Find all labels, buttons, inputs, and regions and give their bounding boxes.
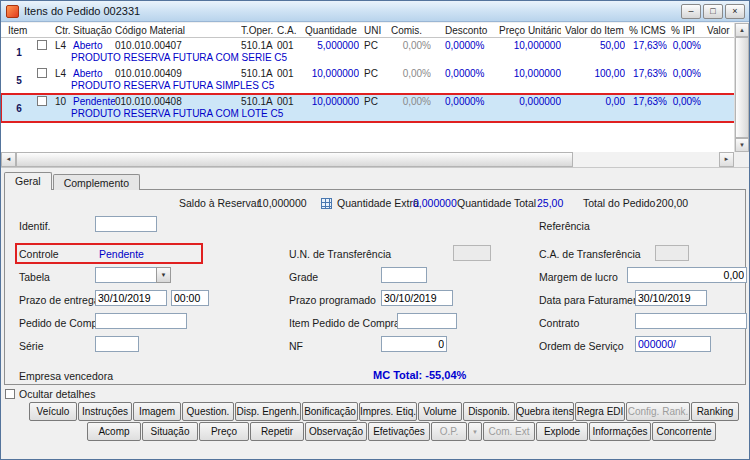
cell-desconto: 0,0000% (431, 68, 493, 80)
scroll-left-icon[interactable]: ◄ (1, 152, 16, 167)
instrucoes-button[interactable]: Instruções (78, 402, 132, 421)
cell-desconto: 0,0000% (431, 40, 493, 52)
table-row[interactable]: 5 L4 Aberto 010.010.00409 510.1A 001 10,… (1, 66, 749, 94)
horizontal-scroll-thumb[interactable] (16, 152, 573, 167)
ordem-servico-input[interactable] (635, 336, 711, 352)
serie-input[interactable] (95, 336, 139, 352)
cell-ipi: 0,00% (667, 96, 701, 108)
row-checkbox[interactable] (37, 96, 47, 106)
explode-button[interactable]: Explode (536, 422, 588, 441)
col-ca[interactable]: C.A. (277, 23, 303, 37)
contrato-input[interactable] (635, 313, 747, 329)
quantidade-extra-icon[interactable] (321, 198, 332, 209)
total-pedido-label: Total do Pedido (583, 197, 655, 209)
controle-value: Pendente (99, 248, 144, 260)
cell-preco-unitario: 10,000000 (493, 68, 561, 80)
minimize-button[interactable]: – (681, 4, 701, 19)
col-item[interactable]: Item (1, 23, 37, 37)
impres-etiq-button[interactable]: Impres. Etiq. (359, 402, 417, 421)
prazo-entrega-time-input[interactable] (171, 290, 209, 306)
informacoes-button[interactable]: Informações (589, 422, 651, 441)
question-button[interactable]: Question. (182, 402, 234, 421)
preco-button[interactable]: Preço (199, 422, 249, 441)
tab-complemento[interactable]: Complemento (53, 174, 140, 190)
col-codigo-material[interactable]: Código Material (115, 23, 241, 37)
prazo-entrega-date-input[interactable] (95, 290, 167, 306)
cell-quantidade: 5,000000 (303, 40, 359, 52)
ranking-button[interactable]: Ranking (691, 402, 739, 421)
cell-comis: 0,00% (387, 40, 431, 52)
repetir-button[interactable]: Repetir (250, 422, 304, 441)
table-row-selected[interactable]: 6 10 Pendente 010.010.00408 510.1A 001 1… (1, 94, 749, 122)
volume-button[interactable]: Volume (418, 402, 462, 421)
col-uni[interactable]: UNI (359, 23, 387, 37)
horizontal-scrollbar[interactable]: ◄ ► (1, 152, 734, 167)
vertical-scroll-thumb[interactable] (735, 37, 749, 138)
vertical-scrollbar[interactable]: ▲ ▼ (734, 23, 749, 152)
op-dropdown-icon: ▼ (468, 422, 482, 441)
tabela-combo-input[interactable] (95, 267, 157, 283)
disponib-button[interactable]: Disponib. (463, 402, 515, 421)
acomp-button[interactable]: Acomp (87, 422, 141, 441)
grid-body: 1 L4 Aberto 010.010.00407 510.1A 001 5,0… (1, 38, 749, 152)
cell-icms: 17,63% (625, 40, 667, 52)
maximize-button[interactable]: □ (703, 4, 723, 19)
col-situacao[interactable]: Situação (73, 23, 115, 37)
tabela-dropdown-icon[interactable]: ▼ (156, 267, 171, 283)
cell-uni: PC (359, 68, 387, 80)
cell-preco-unitario: 10,000000 (493, 40, 561, 52)
row-checkbox-cell (37, 68, 53, 80)
scroll-right-icon[interactable]: ► (719, 152, 734, 167)
col-desconto[interactable]: Desconto (431, 23, 493, 37)
horizontal-scroll-track[interactable] (573, 152, 719, 167)
col-ipi[interactable]: % IPI (667, 23, 701, 37)
concorrente-button[interactable]: Concorrente (652, 422, 716, 441)
data-faturamento-label: Data para Faturamento (539, 294, 648, 306)
item-pedido-compra-input[interactable] (397, 313, 457, 329)
cell-preco-unitario: 0,000000 (493, 96, 561, 108)
regra-edi-button[interactable]: Regra EDI (575, 402, 625, 421)
imagem-button[interactable]: Imagem (133, 402, 181, 421)
col-valor-ipi[interactable]: Valor IPI (701, 23, 733, 37)
disp-engenh-button[interactable]: Disp. Engenh. (235, 402, 301, 421)
scroll-down-icon[interactable]: ▼ (735, 138, 749, 152)
situacao-button[interactable]: Situação (142, 422, 198, 441)
pedido-compra-input[interactable] (95, 313, 187, 329)
col-quantidade[interactable]: Quantidade (303, 23, 359, 37)
veiculo-button[interactable]: Veículo (29, 402, 77, 421)
identif-input[interactable] (95, 216, 157, 232)
col-toper[interactable]: T.Oper. (241, 23, 277, 37)
quebra-itens-button[interactable]: Quebra itens (516, 402, 574, 421)
window-controls: – □ × (681, 4, 745, 19)
tab-geral[interactable]: Geral (4, 172, 52, 190)
efetivacoes-button[interactable]: Efetivações (368, 422, 430, 441)
nf-input[interactable] (381, 336, 447, 352)
cell-toper: 510.1A (241, 96, 277, 108)
cell-situacao: Aberto (73, 40, 115, 52)
grade-input[interactable] (381, 267, 427, 283)
prazo-programado-input[interactable] (381, 290, 453, 306)
col-ctr[interactable]: Ctr. (53, 23, 73, 37)
titlebar: Itens do Pedido 002331 – □ × (1, 1, 749, 22)
col-icms[interactable]: % ICMS (625, 23, 667, 37)
col-preco-unitario[interactable]: Preço Unitário (493, 23, 561, 37)
item-pedido-compra-label: Item Pedido de Compra (289, 317, 400, 329)
col-valor-item[interactable]: Valor do Item (561, 23, 625, 37)
cell-descricao: PRODUTO RESERVA FUTURA COM SERIE C5 (71, 52, 287, 63)
bonificacao-button[interactable]: Bonificação (302, 402, 358, 421)
row-checkbox[interactable] (37, 40, 47, 50)
referencia-label: Referência (539, 220, 590, 232)
close-button[interactable]: × (725, 4, 745, 19)
scroll-up-icon[interactable]: ▲ (735, 23, 749, 37)
row-checkbox[interactable] (37, 68, 47, 78)
ocultar-detalhes-checkbox[interactable] (5, 389, 15, 399)
table-row[interactable]: 1 L4 Aberto 010.010.00407 510.1A 001 5,0… (1, 38, 749, 66)
margem-lucro-input[interactable] (627, 267, 747, 283)
cell-valor-item: 50,00 (561, 40, 625, 52)
col-comis[interactable]: Comis. (387, 23, 431, 37)
quantidade-extra-value: 0,000000 (413, 197, 457, 209)
pedido-compra-label: Pedido de Compra (19, 317, 107, 329)
observacao-button[interactable]: Observação (305, 422, 367, 441)
grid-header: Item Ctr. Situação Código Material T.Ope… (1, 23, 749, 38)
data-faturamento-input[interactable] (635, 290, 707, 306)
